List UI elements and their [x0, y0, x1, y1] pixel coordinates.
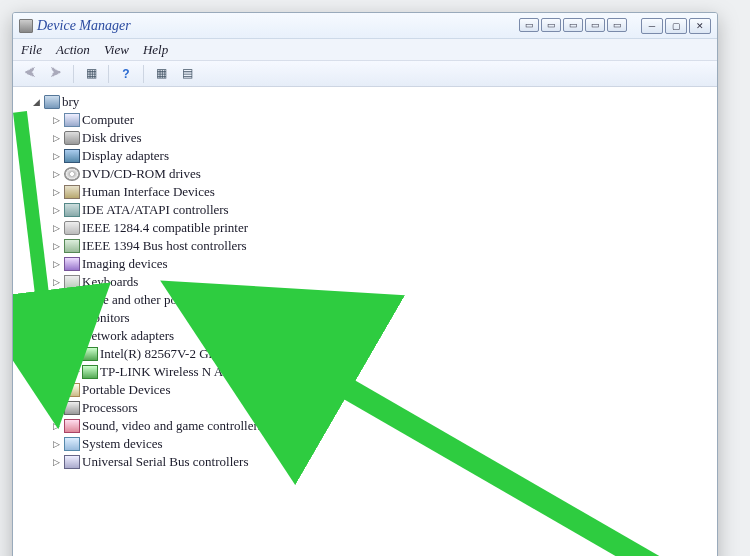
- aux-button-1[interactable]: ▭: [519, 18, 539, 32]
- tree-item-network-adapter[interactable]: ⋯TP-LINK Wireless N Adapter: [71, 363, 713, 381]
- menu-view[interactable]: View: [104, 42, 129, 58]
- tree-item-network-adapters[interactable]: ◢Network adapters: [51, 327, 713, 345]
- tree-connector: ⋯: [71, 345, 80, 363]
- collapse-icon[interactable]: ◢: [31, 93, 42, 111]
- expand-icon[interactable]: ◢: [51, 327, 62, 345]
- toolbar-separator: [73, 65, 74, 83]
- tree-item-network-adapter[interactable]: ⋯Intel(R) 82567V-2 Gigabit Network Conne…: [71, 345, 713, 363]
- menu-file[interactable]: File: [21, 42, 42, 58]
- tree-item-label: DVD/CD-ROM drives: [82, 165, 201, 183]
- expand-icon[interactable]: ▷: [51, 381, 62, 399]
- expand-icon[interactable]: ▷: [51, 237, 62, 255]
- tree-item[interactable]: ▷IDE ATA/ATAPI controllers: [51, 201, 713, 219]
- close-button[interactable]: ✕: [689, 18, 711, 34]
- tree-item[interactable]: ▷IEEE 1394 Bus host controllers: [51, 237, 713, 255]
- tree-item-label: IEEE 1394 Bus host controllers: [82, 237, 247, 255]
- tree-item[interactable]: ▷Imaging devices: [51, 255, 713, 273]
- sys-icon: [64, 437, 80, 451]
- tree-item[interactable]: ▷DVD/CD-ROM drives: [51, 165, 713, 183]
- tree-item-label: TP-LINK Wireless N Adapter: [100, 363, 256, 381]
- 1394-icon: [64, 239, 80, 253]
- expand-icon[interactable]: ▷: [51, 183, 62, 201]
- net-icon: [64, 329, 80, 343]
- port-icon: [64, 383, 80, 397]
- mon-icon: [64, 311, 80, 325]
- tree-item-label: Mice and other pointing devices: [82, 291, 250, 309]
- network-adapter-icon: [82, 365, 98, 379]
- tree-item[interactable]: ▷Computer: [51, 111, 713, 129]
- tree-item-label: Monitors: [82, 309, 130, 327]
- tree-item-label: Keyboards: [82, 273, 138, 291]
- ide-icon: [64, 203, 80, 217]
- expand-icon[interactable]: ▷: [51, 273, 62, 291]
- tree-item-label: Processors: [82, 399, 138, 417]
- tree-item[interactable]: ▷Processors: [51, 399, 713, 417]
- expand-icon[interactable]: ▷: [51, 453, 62, 471]
- tree-root[interactable]: ◢ bry: [31, 93, 713, 111]
- scan-hardware-button[interactable]: ▦: [150, 64, 172, 84]
- tree-item[interactable]: ▷Display adapters: [51, 147, 713, 165]
- window-controls: ▭ ▭ ▭ ▭ ▭ ─ ▢ ✕: [519, 18, 711, 34]
- network-adapter-icon: [82, 347, 98, 361]
- help-button[interactable]: ?: [115, 64, 137, 84]
- maximize-button[interactable]: ▢: [665, 18, 687, 34]
- tree-item[interactable]: ▷Portable Devices: [51, 381, 713, 399]
- titlebar[interactable]: Device Manager ▭ ▭ ▭ ▭ ▭ ─ ▢ ✕: [13, 13, 717, 39]
- tree-view[interactable]: ◢ bry ▷Computer▷Disk drives▷Display adap…: [13, 87, 717, 556]
- tree-item[interactable]: ▷IEEE 1284.4 compatible printer: [51, 219, 713, 237]
- tree-item-label: IEEE 1284.4 compatible printer: [82, 219, 248, 237]
- tree-item-label: Intel(R) 82567V-2 Gigabit Network Connec…: [100, 345, 350, 363]
- expand-icon[interactable]: ▷: [51, 111, 62, 129]
- tree-item[interactable]: ▷Mice and other pointing devices: [51, 291, 713, 309]
- toolbar-separator: [108, 65, 109, 83]
- disk-icon: [64, 131, 80, 145]
- expand-icon[interactable]: ▷: [51, 291, 62, 309]
- expand-icon[interactable]: ▷: [51, 417, 62, 435]
- forward-button[interactable]: ⮞: [45, 64, 67, 84]
- expand-icon[interactable]: ▷: [51, 147, 62, 165]
- expand-icon[interactable]: ▷: [51, 309, 62, 327]
- aux-button-5[interactable]: ▭: [607, 18, 627, 32]
- window-title: Device Manager: [37, 18, 131, 34]
- sound-icon: [64, 419, 80, 433]
- expand-icon[interactable]: ▷: [51, 255, 62, 273]
- printer-icon: [64, 221, 80, 235]
- minimize-button[interactable]: ─: [641, 18, 663, 34]
- menu-action[interactable]: Action: [56, 42, 90, 58]
- tree-item-label: Sound, video and game controllers: [82, 417, 263, 435]
- app-icon: [19, 19, 33, 33]
- expand-icon[interactable]: ▷: [51, 129, 62, 147]
- tree-item[interactable]: ▷System devices: [51, 435, 713, 453]
- tree-item-label: System devices: [82, 435, 163, 453]
- tree-item[interactable]: ▷Sound, video and game controllers: [51, 417, 713, 435]
- toolbar-separator: [143, 65, 144, 83]
- show-hidden-button[interactable]: ▦: [80, 64, 102, 84]
- toolbar: ⮜ ⮞ ▦ ? ▦ ▤: [13, 61, 717, 87]
- tree-item-label: Universal Serial Bus controllers: [82, 453, 248, 471]
- tree-item[interactable]: ▷Universal Serial Bus controllers: [51, 453, 713, 471]
- pc-icon: [64, 113, 80, 127]
- aux-button-2[interactable]: ▭: [541, 18, 561, 32]
- tree-item-label: Imaging devices: [82, 255, 168, 273]
- menubar: File Action View Help: [13, 39, 717, 61]
- expand-icon[interactable]: ▷: [51, 219, 62, 237]
- expand-icon[interactable]: ▷: [51, 165, 62, 183]
- tree-item-label: IDE ATA/ATAPI controllers: [82, 201, 229, 219]
- tree-item-label: Computer: [82, 111, 134, 129]
- menu-help[interactable]: Help: [143, 42, 168, 58]
- tree-connector: ⋯: [71, 363, 80, 381]
- tree-item[interactable]: ▷Keyboards: [51, 273, 713, 291]
- tree-item[interactable]: ▷Monitors: [51, 309, 713, 327]
- expand-icon[interactable]: ▷: [51, 399, 62, 417]
- hid-icon: [64, 185, 80, 199]
- expand-icon[interactable]: ▷: [51, 435, 62, 453]
- tree-item-label: Human Interface Devices: [82, 183, 215, 201]
- expand-icon[interactable]: ▷: [51, 201, 62, 219]
- aux-button-3[interactable]: ▭: [563, 18, 583, 32]
- back-button[interactable]: ⮜: [19, 64, 41, 84]
- properties-button[interactable]: ▤: [176, 64, 198, 84]
- aux-button-4[interactable]: ▭: [585, 18, 605, 32]
- tree-item[interactable]: ▷Human Interface Devices: [51, 183, 713, 201]
- tree-item-label: Disk drives: [82, 129, 142, 147]
- tree-item[interactable]: ▷Disk drives: [51, 129, 713, 147]
